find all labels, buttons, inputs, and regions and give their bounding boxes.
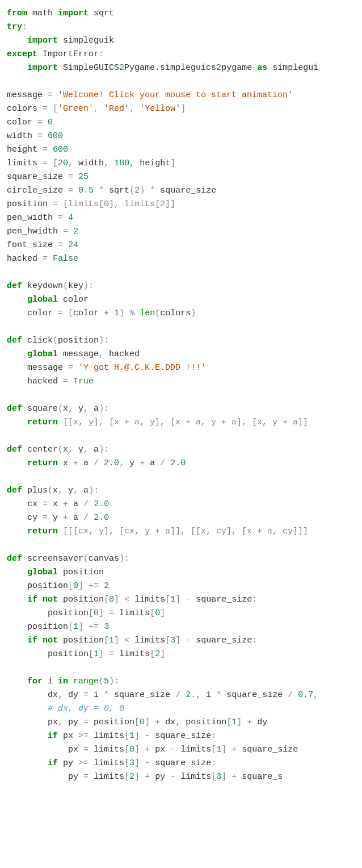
- code-block: from math import sqrt try: import simple…: [7, 7, 355, 784]
